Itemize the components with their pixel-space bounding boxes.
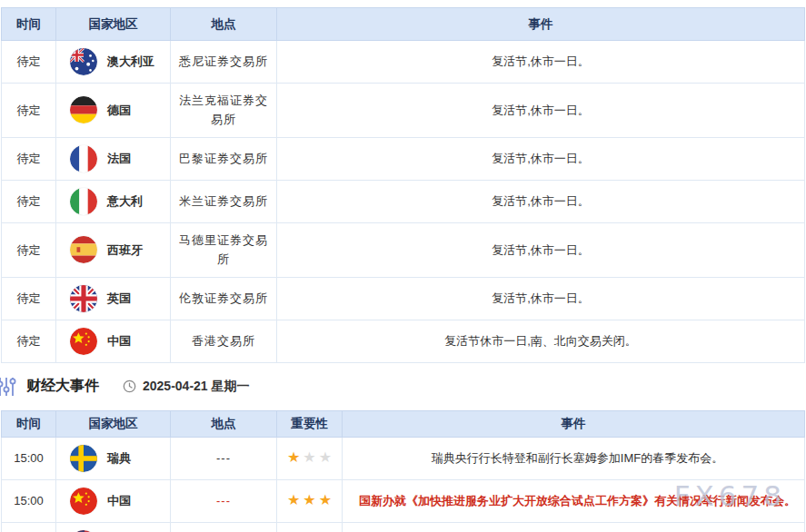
- event-cell: 瑞典央行行长特登和副行长塞姆参加IMF的春季发布会。: [343, 437, 805, 479]
- flag-france-icon: [70, 145, 97, 172]
- events-table-header-row: 时间 国家地区 地点 重要性 事件: [2, 410, 805, 437]
- location-cell: 伦敦证券交易所: [171, 277, 277, 320]
- event-cell: 国新办就《加快推进服务业扩大开放综合试点工作方案》有关情况举行新闻发布会。: [343, 479, 805, 522]
- flag-china-icon: [70, 488, 97, 515]
- time-cell: 待定: [2, 84, 56, 138]
- country-name: 中国: [107, 491, 131, 510]
- flag-italy-icon: [70, 188, 97, 215]
- time-cell: 20:30: [2, 522, 56, 532]
- col-header-event: 事件: [343, 410, 805, 437]
- col-header-country: 国家地区: [56, 410, 171, 437]
- location-cell: 香港交易所: [171, 320, 277, 362]
- holiday-table-header-row: 时间 国家地区 地点 事件: [2, 8, 805, 41]
- country-cell: 中国: [56, 320, 171, 362]
- importance-cell: ★★★: [277, 437, 343, 479]
- country-cell: 法国: [56, 137, 171, 180]
- time-cell: 待定: [2, 222, 56, 277]
- time-cell: 待定: [2, 320, 56, 362]
- location-cell: 巴黎证券交易所: [171, 137, 277, 180]
- location-cell: 法兰克福证券交易所: [171, 84, 277, 138]
- country-cell: 中国: [56, 479, 171, 522]
- time-cell: 待定: [2, 277, 56, 320]
- event-cell: 复活节,休市一日。: [277, 222, 805, 277]
- star-icon: ★: [287, 450, 300, 465]
- importance-stars: ★★★: [287, 450, 332, 465]
- holiday-table: 时间 国家地区 地点 事件 待定: [1, 7, 805, 363]
- location-cell: ---: [171, 522, 277, 532]
- country-name: 意大利: [107, 192, 143, 211]
- star-icon: ★: [287, 493, 300, 507]
- section-header: 财经大事件 2025-04-21 星期一: [0, 363, 806, 410]
- table-row: 待定 澳大利亚: [2, 41, 805, 84]
- table-row: 待定 法国 巴黎证券交易所 复活节,休市一日。: [2, 137, 805, 180]
- country-cell: 美国: [56, 522, 171, 532]
- country-name: 瑞典: [107, 448, 131, 468]
- star-icon: ★: [319, 450, 332, 465]
- event-cell: 2025年FOMC票委、芝加哥联储主席古尔斯比接受CNBC的采访。: [343, 522, 805, 532]
- country-cell: 德国: [56, 84, 171, 138]
- col-header-country: 国家地区: [56, 8, 171, 41]
- col-header-location: 地点: [171, 410, 277, 437]
- col-header-event: 事件: [277, 8, 805, 41]
- col-header-time: 时间: [2, 8, 56, 41]
- event-cell: 复活节,休市一日。: [277, 277, 805, 320]
- country-name: 中国: [107, 331, 131, 350]
- country-cell: 澳大利亚: [56, 41, 171, 84]
- table-row: 20:30: [2, 522, 805, 532]
- country-cell: 意大利: [56, 180, 171, 222]
- location-cell: 马德里证券交易所: [171, 222, 277, 277]
- events-icon: [0, 376, 17, 398]
- location-cell: ---: [171, 479, 277, 522]
- star-icon: ★: [319, 493, 332, 507]
- section-title: 财经大事件: [26, 377, 99, 396]
- time-cell: 待定: [2, 180, 56, 222]
- event-cell: 复活节,休市一日。: [277, 84, 805, 138]
- col-header-location: 地点: [171, 8, 277, 41]
- importance-cell: ★★★: [277, 479, 343, 522]
- country-name: 英国: [107, 289, 131, 308]
- country-name: 法国: [107, 149, 131, 168]
- table-row: 15:00 瑞典 --- ★★★: [2, 437, 805, 479]
- star-icon: ★: [303, 493, 315, 507]
- table-row: 15:00 中国 ---: [2, 479, 805, 522]
- flag-spain-icon: [70, 236, 97, 263]
- star-icon: ★: [303, 450, 315, 465]
- country-cell: 西班牙: [56, 222, 171, 277]
- event-cell: 复活节,休市一日。: [277, 137, 805, 180]
- location-cell: 米兰证券交易所: [171, 180, 277, 222]
- col-header-time: 时间: [2, 410, 56, 437]
- economic-calendar-page: 时间 国家地区 地点 事件 待定: [0, 0, 806, 532]
- location-cell: ---: [171, 437, 277, 479]
- time-cell: 待定: [2, 41, 56, 84]
- country-name: 澳大利亚: [107, 52, 154, 71]
- time-cell: 15:00: [2, 437, 56, 479]
- flag-china-icon: [70, 328, 97, 355]
- flag-uk-icon: [70, 285, 97, 312]
- event-cell: 复活节,休市一日。: [277, 180, 805, 222]
- section-date: 2025-04-21 星期一: [143, 379, 250, 395]
- country-name: 德国: [107, 101, 131, 120]
- importance-cell: ★★★: [277, 522, 343, 532]
- location-cell: 悉尼证券交易所: [171, 41, 277, 84]
- country-name: 西班牙: [107, 241, 143, 260]
- country-cell: 瑞典: [56, 437, 171, 479]
- event-cell: 复活节休市一日,南、北向交易关闭。: [277, 320, 805, 362]
- table-row: 待定 中国 香港交易所: [2, 320, 805, 362]
- flag-sweden-icon: [70, 445, 97, 472]
- col-header-importance: 重要性: [277, 410, 343, 437]
- table-row: 待定 德国 法兰克福证券交易所 复活节,休市一日。: [2, 84, 805, 138]
- events-table: 时间 国家地区 地点 重要性 事件 15:00: [1, 410, 805, 532]
- flag-australia-icon: [70, 48, 97, 75]
- clock-icon: [123, 379, 136, 393]
- table-row: 待定 英国 伦敦证券交易所 复活节,休市一日。: [2, 277, 805, 320]
- table-row: 待定 意大利 米兰证券交易所 复活节,休市一日。: [2, 180, 805, 222]
- time-cell: 15:00: [2, 479, 56, 522]
- importance-stars: ★★★: [287, 493, 332, 507]
- time-cell: 待定: [2, 137, 56, 180]
- event-cell: 复活节,休市一日。: [277, 41, 805, 84]
- country-cell: 英国: [56, 277, 171, 320]
- flag-germany-icon: [70, 96, 97, 123]
- table-row: 待定 西班牙 马德里证券交易所: [2, 222, 805, 277]
